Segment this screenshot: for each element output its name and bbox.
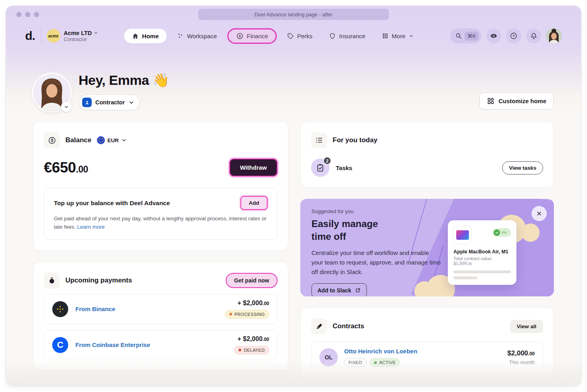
nav-item-perks[interactable]: Perks [281,29,319,43]
org-avatar: acme [47,29,60,43]
coinbase-logo: C [52,337,68,353]
suggested-card: Apple MacBook Air, M1 Total contract val… [300,199,554,296]
balance-amount: €650.00 [44,159,88,176]
tag-icon [287,33,294,39]
app-window: Deel Advance landing page - after d. acm… [6,6,581,386]
contract-row-cutoff [311,378,543,386]
for-you-today-card: For you today 2 Tasks View tasks [300,122,554,188]
svg-text:$: $ [51,138,53,143]
payment-row[interactable]: From Binance + $2,000.00 PROCESSING [44,294,278,324]
nav-item-home[interactable]: Home [124,29,167,43]
cloud-decoration [521,223,540,242]
profile-avatar[interactable] [33,74,71,111]
user-avatar[interactable] [546,28,562,44]
search-icon [455,32,462,39]
window-zoom-button[interactable] [34,12,39,17]
browser-tab[interactable]: Deel Advance landing page - after [198,9,389,20]
contract-type-badge: FIXED [344,358,366,367]
clipboard-check-icon [316,163,325,172]
placeholder-bar [453,270,511,273]
nav-actions: ⌘K ? [450,28,562,44]
view-tasks-button[interactable]: View tasks [502,161,543,174]
nav-item-finance[interactable]: $ Finance [227,28,277,44]
close-icon[interactable] [532,206,547,221]
role-label: Contractor [95,99,125,106]
tab-title: Deel Advance landing page - after [254,12,333,18]
svg-text:?: ? [512,34,515,38]
nav-item-insurance[interactable]: Insurance [323,29,372,43]
add-advance-button[interactable]: Add [240,196,268,210]
divider [41,29,41,43]
privacy-eye-button[interactable] [486,28,501,43]
check-icon [494,229,500,236]
payment-source-link[interactable]: From Binance [75,306,115,312]
nav-menu: Home Workspace $ Finance Perks Insurance… [124,28,420,44]
search-button[interactable]: ⌘K [450,28,481,43]
suggested-title: Easily manage time off [311,218,441,243]
notifications-button[interactable] [526,28,541,43]
chevron-down-icon [93,30,98,35]
placeholder-bar [453,276,477,279]
deel-logo[interactable]: d. [25,29,35,43]
learn-more-link[interactable]: Learn more [77,224,105,230]
nav-item-workspace[interactable]: Workspace [171,29,223,43]
page-title: Hey, Emma 👋 [79,72,169,88]
balance-card: $ Balance EUR €650.00 Withdraw Top up yo [33,122,288,251]
contract-name-link[interactable]: Otto Heinrich von Loeben [344,348,417,355]
titlebar: Deel Advance landing page - after [6,6,581,23]
window-minimize-button[interactable] [25,12,30,17]
contracts-card: Contracts View all OL Otto Heinrich von … [300,308,554,386]
approved-toggle [492,228,511,237]
currency-selector[interactable]: EUR [97,136,127,144]
product-value: Total contract value: $1,599.36 [453,256,511,266]
tasks-icon: 2 [311,159,329,177]
org-name: Acme LTD [64,30,92,36]
org-switcher[interactable]: acme Acme LTD Contractor [47,29,99,43]
bell-icon [530,32,538,40]
role-selector[interactable]: Contractor [79,94,140,110]
wave-emoji: 👋 [152,73,169,88]
payment-amount: + $2,000.00 [238,300,269,307]
upcoming-payments-card: Upcoming payments Get paid now From Bina… [33,262,288,371]
chevron-down-icon [409,33,414,39]
help-button[interactable]: ? [506,28,521,43]
balance-icon: $ [44,132,60,148]
eur-flag-icon [97,136,105,144]
shield-icon [329,33,336,39]
contract-status-badge: ACTIVE [370,358,400,367]
withdraw-button[interactable]: Withdraw [229,159,278,176]
contract-amount: $2,000.00 [507,349,535,357]
balance-title: Balance [65,136,91,144]
tasks-row: 2 Tasks View tasks [311,159,543,177]
org-role: Contractor [64,37,99,42]
contract-row[interactable]: OL Otto Heinrich von Loeben FIXED ACTIVE… [311,341,543,373]
shortcut-badge: ⌘K [465,31,479,41]
suggested-eyebrow: Suggested for you [311,208,441,214]
payment-row[interactable]: C From Coinbase Enterprise + $2,000.00 D… [44,330,278,360]
customize-home-button[interactable]: Customize home [479,92,554,110]
avatar-expand-button[interactable] [61,102,71,112]
payment-source-link[interactable]: From Coinbase Enterprise [75,341,150,348]
contracts-view-all-button[interactable]: View all [510,320,543,333]
for-you-title: For you today [333,136,377,144]
advance-title: Top up your balance with Deel Advance [54,200,170,207]
money-bag-icon [44,272,60,288]
status-badge: DELAYED [234,346,269,355]
macbook-thumbnail [453,226,472,244]
upcoming-title: Upcoming payments [65,276,132,284]
nav-item-more[interactable]: More [376,29,420,43]
add-to-slack-button[interactable]: Add to Slack [311,283,367,296]
window-controls[interactable] [16,12,39,17]
contract-period: This month [507,359,535,365]
home-icon [132,33,139,39]
binance-logo [52,301,68,317]
task-count-badge: 2 [323,157,331,165]
tasks-label: Tasks [336,165,352,171]
list-icon [311,132,327,148]
chevron-down-icon [121,137,127,143]
svg-text:$: $ [239,34,241,38]
advance-description: Get paid ahead of your next pay day, wit… [54,215,268,231]
window-close-button[interactable] [16,12,22,17]
get-paid-now-button[interactable]: Get paid now [226,273,278,288]
question-icon: ? [510,32,518,40]
